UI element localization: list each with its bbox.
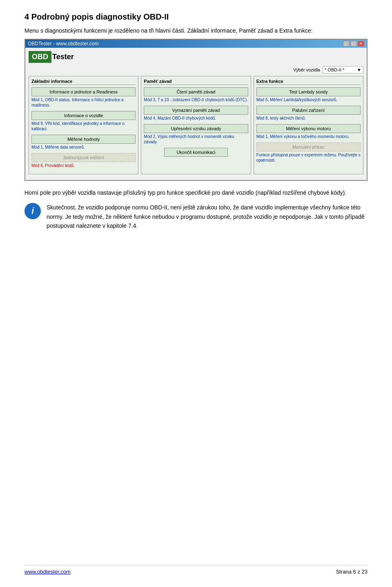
info-icon: i (24, 203, 41, 219)
vehicle-select-label: Výběr vozidla (293, 67, 320, 72)
desc-merene-hodnoty: Mód 1, Měřené data sensorů. (31, 145, 136, 150)
desc-vymazani-pameti: Mód 4, Mazání OBD-II chybových kódů. (144, 116, 248, 121)
close-button[interactable]: ✕ (358, 41, 364, 47)
intro-text: Menu s diagnostickými funkcemi je rozděl… (24, 27, 368, 34)
btn-jednorazove-mereni[interactable]: Jednorázové měření (31, 153, 136, 162)
info-box-text: Skutečnost, že vozidlo podporuje normu O… (47, 203, 368, 230)
desc-upresneni-zavady: Mód 2, Výpis měřených hodnot v momentě v… (144, 134, 248, 145)
desc-jednorazove-mereni: Mód 6, Provádění testů. (31, 163, 136, 168)
btn-ukoncit-komunikaci[interactable]: Ukončit komunikaci (164, 148, 228, 157)
panel-zakladni: Základní informace Informace o jednotce … (29, 76, 138, 174)
page-title: 4 Podrobný popis diagnostiky OBD-II (24, 12, 368, 22)
desc-cteni-pameti: Mód 3, 7 a 10 - zobrazení OBD-II chybový… (144, 97, 248, 102)
window-title: OBDTester - www.obdtester.com (28, 41, 98, 47)
panel-extra-title: Extra funkce (256, 79, 361, 85)
btn-manualni-prikaz[interactable]: Manuální příkaz (256, 142, 361, 151)
desc-informace-jednotce: Mód 1, OBD-II status, Informace o řídící… (31, 97, 136, 108)
logo-tester-part: Tester (52, 53, 74, 61)
btn-informace-vozidle[interactable]: Informace o vozidle (31, 111, 136, 120)
obd-window: OBDTester - www.obdtester.com _ □ ✕ OBD … (24, 39, 368, 181)
obd-logo: OBD Tester (29, 51, 363, 63)
panel-pamet: Paměť závad Čtení paměti závad Mód 3, 7 … (141, 76, 251, 174)
body-text: Horní pole pro výběr vozidla nastavuje p… (24, 188, 368, 197)
vehicle-select-dropdown[interactable]: * OBD-II * ▼ (323, 66, 363, 73)
desc-test-lambdy: Mód 5, Měření Lambda/kyslíkových senzorů… (256, 97, 361, 102)
vehicle-select-row: Výběr vozidla * OBD-II * ▼ (29, 66, 363, 73)
window-body: OBD Tester Výběr vozidla * OBD-II * ▼ Zá… (25, 48, 367, 180)
footer: www.obdtester.com Strana 6 z 23 (24, 565, 368, 575)
desc-mereni-vykonu: Mód 1, Měření výkonu a točivého momentu … (256, 134, 361, 139)
btn-palubni-zarizeni[interactable]: Palubní zařízení (256, 106, 361, 115)
btn-informace-jednotce[interactable]: Informace o jednotce a Readiness (31, 87, 136, 96)
logo-obd-part: OBD (29, 51, 51, 63)
panel-extra: Extra funkce Test Lambdy sondy Mód 5, Mě… (254, 76, 363, 174)
btn-mereni-vykonu[interactable]: Měření výkonu motoru (256, 124, 361, 133)
minimize-button[interactable]: _ (343, 41, 350, 47)
maximize-button[interactable]: □ (350, 41, 357, 47)
panel-pamet-title: Paměť závad (144, 79, 248, 85)
btn-test-lambdy[interactable]: Test Lambdy sondy (256, 87, 361, 96)
window-titlebar: OBDTester - www.obdtester.com _ □ ✕ (25, 40, 367, 48)
desc-palubni-zarizeni: Mód 8, testy akčních členů. (256, 116, 361, 121)
vehicle-select-value: * OBD-II * (325, 67, 344, 72)
desc-manualni-prikaz: Funkce přístupná pouze v expertním režim… (256, 152, 361, 163)
chevron-down-icon: ▼ (357, 67, 361, 72)
bottom-btn-row: Ukončit komunikaci (144, 148, 248, 157)
panels-row: Základní informace Informace o jednotce … (29, 76, 363, 174)
info-box: i Skutečnost, že vozidlo podporuje normu… (24, 203, 368, 230)
desc-informace-vozidle: Mód 9, VIN kód, identifikace jednotky a … (31, 121, 136, 131)
panel-zakladni-title: Základní informace (31, 79, 136, 85)
btn-merene-hodnoty[interactable]: Měřené hodnoty (31, 135, 136, 144)
btn-cteni-pameti[interactable]: Čtení paměti závad (144, 87, 248, 96)
window-controls: _ □ ✕ (343, 41, 364, 47)
btn-vymazani-pameti[interactable]: Vymazání paměti závad (144, 106, 248, 115)
btn-upresneni-zavady[interactable]: Upřesnění vzniku závady (144, 124, 248, 133)
footer-link[interactable]: www.obdtester.com (24, 569, 71, 575)
footer-page: Strana 6 z 23 (336, 569, 368, 575)
